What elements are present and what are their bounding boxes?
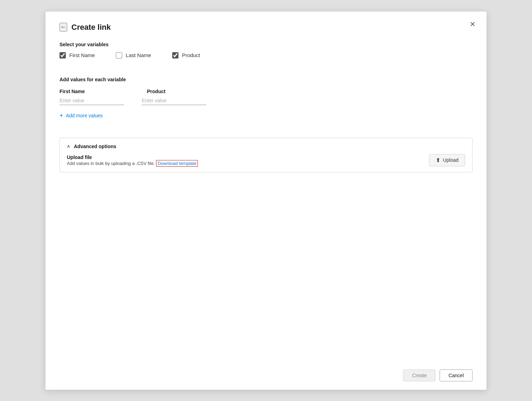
upload-desc-text: Add values in bulk by uploading a .CSV f… <box>67 161 155 166</box>
create-button[interactable]: Create <box>403 369 435 381</box>
select-variables-section: Select your variables First Name Last Na… <box>59 42 472 70</box>
upload-info: Upload file Add values in bulk by upload… <box>67 154 198 166</box>
add-more-button[interactable]: + Add more values <box>59 112 103 119</box>
upload-button-label: Upload <box>443 157 458 163</box>
checkbox-last-name-input[interactable] <box>116 52 122 58</box>
add-values-label: Add values for each variable <box>59 77 472 82</box>
advanced-options-header[interactable]: ∧ Advanced options <box>67 144 465 149</box>
variables-row: First Name Last Name Product <box>59 52 472 58</box>
columns-header: First Name Product <box>59 89 472 94</box>
checkbox-first-name: First Name <box>59 52 95 58</box>
dialog-header: ← Create link <box>59 23 472 32</box>
col-header-first-name: First Name <box>59 89 130 94</box>
add-more-label: Add more values <box>66 113 103 118</box>
cancel-button[interactable]: Cancel <box>440 369 472 381</box>
checkbox-first-name-input[interactable] <box>59 52 66 58</box>
checkbox-product-label: Product <box>182 52 200 58</box>
upload-desc: Add values in bulk by uploading a .CSV f… <box>67 161 198 166</box>
checkbox-first-name-label: First Name <box>69 52 95 58</box>
advanced-options-section: ∧ Advanced options Upload file Add value… <box>59 138 472 172</box>
input-row <box>59 96 472 105</box>
upload-file-label: Upload file <box>67 154 198 160</box>
upload-row: Upload file Add values in bulk by upload… <box>67 154 465 166</box>
add-values-section: Add values for each variable First Name … <box>59 77 472 131</box>
select-variables-label: Select your variables <box>59 42 472 47</box>
close-button[interactable]: ✕ <box>467 19 478 30</box>
dialog-footer: Create Cancel <box>59 362 472 381</box>
advanced-options-title: Advanced options <box>74 144 116 149</box>
checkbox-product: Product <box>172 52 200 58</box>
create-link-dialog: ← Create link ✕ Select your variables Fi… <box>46 12 486 390</box>
dialog-title: Create link <box>71 23 111 32</box>
checkbox-product-input[interactable] <box>172 52 178 58</box>
upload-button[interactable]: ⬆ Upload <box>429 154 465 166</box>
upload-arrow-icon: ⬆ <box>436 157 440 164</box>
back-arrow-icon: ← <box>60 23 66 31</box>
chevron-icon: ∧ <box>67 144 70 149</box>
first-name-value-input[interactable] <box>59 96 124 105</box>
product-value-input[interactable] <box>142 96 206 105</box>
checkbox-last-name: Last Name <box>116 52 151 58</box>
checkbox-last-name-label: Last Name <box>126 52 151 58</box>
download-template-link[interactable]: Download template <box>156 160 198 167</box>
back-button[interactable]: ← <box>59 23 67 32</box>
plus-icon: + <box>59 112 63 119</box>
col-header-product: Product <box>147 89 217 94</box>
close-icon: ✕ <box>470 20 476 28</box>
